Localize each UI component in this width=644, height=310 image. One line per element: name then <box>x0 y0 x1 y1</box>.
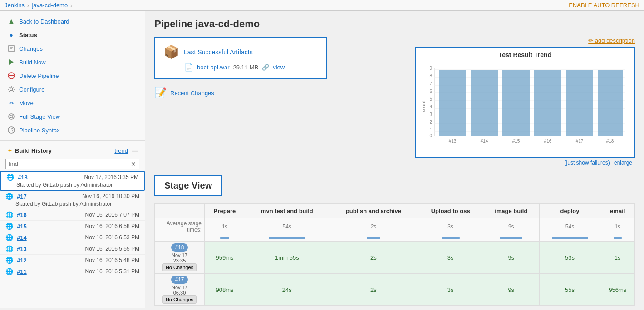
pb-email <box>600 235 635 242</box>
pipeline-syntax-icon: ? <box>7 126 15 134</box>
svg-text:5: 5 <box>429 97 432 102</box>
stage-table-header-row: Prepare mvn test and build publish and a… <box>155 204 635 218</box>
svg-point-7 <box>9 114 14 119</box>
pb-image <box>483 235 539 242</box>
view-link[interactable]: view <box>273 64 285 71</box>
artifacts-box: 📦 Last Successful Artifacts 📄 boot-api.w… <box>154 37 327 79</box>
file-size: 29.11 MB <box>233 64 259 71</box>
sidebar-item-move[interactable]: ✂ Move <box>0 96 145 110</box>
table-row: #18 Nov 17 23:35 No Changes 959ms 1min 5… <box>155 242 635 274</box>
build-date: Nov 16, 2016 10:30 PM <box>82 193 139 199</box>
show-failures-link[interactable]: (just show failures) <box>565 160 610 166</box>
sidebar-item-full-stage-view[interactable]: Full Stage View <box>0 110 145 123</box>
build-icon <box>7 58 15 66</box>
build-date: Nov 16, 2016 5:31 PM <box>85 268 139 275</box>
sidebar-item-label: Build Now <box>19 59 46 66</box>
chart-container: Test Result Trend 9 8 7 6 5 4 3 <box>415 47 635 158</box>
add-description-link[interactable]: ✏ add description <box>588 37 635 44</box>
th-deploy: deploy <box>539 204 600 218</box>
build-item[interactable]: 🌐 #13 Nov 16, 2016 5:55 PM <box>0 243 145 255</box>
svg-rect-36 <box>534 70 561 136</box>
sidebar-item-label: Full Stage View <box>19 113 60 120</box>
build-history-icon: ✦ <box>7 147 12 154</box>
trend-link[interactable]: trend <box>114 147 128 154</box>
pb-upload <box>418 235 483 242</box>
svg-text:7: 7 <box>429 81 432 86</box>
stage-17-deploy: 55s <box>539 274 600 306</box>
chart-links: (just show failures) enlarge <box>565 160 635 166</box>
recent-changes-link[interactable]: Recent Changes <box>170 90 214 97</box>
build-date-18: Nov 17 <box>157 252 202 258</box>
table-row: #17 Nov 17 06:30 No Changes 908ms 24s 2s… <box>155 274 635 306</box>
svg-text:3: 3 <box>429 112 432 117</box>
svg-text:0: 0 <box>429 133 432 138</box>
stage-17-prepare: 908ms <box>205 274 245 306</box>
avg-label-cell: Average stage times: <box>155 218 205 235</box>
build-number-link[interactable]: #12 <box>17 257 27 264</box>
recent-changes-icon: 📝 <box>154 87 167 99</box>
stage-table: Prepare mvn test and build publish and a… <box>154 203 635 306</box>
build-search-input[interactable] <box>6 159 128 169</box>
svg-text:#13: #13 <box>449 139 457 144</box>
recent-changes[interactable]: 📝 Recent Changes <box>154 87 327 99</box>
build-number-link[interactable]: #17 <box>17 193 27 200</box>
sidebar-item-back-dashboard[interactable]: ▲ Back to Dashboard <box>0 15 145 28</box>
search-clear-button[interactable]: ✕ <box>128 160 139 169</box>
build-number-link[interactable]: #11 <box>17 268 27 275</box>
build-item[interactable]: 🌐 #16 Nov 16, 2016 7:07 PM <box>0 209 145 221</box>
sidebar-item-status[interactable]: ● Status <box>0 28 145 42</box>
th-email: email <box>600 204 635 218</box>
build-item[interactable]: 🌐 #15 Nov 16, 2016 6:58 PM <box>0 221 145 232</box>
build-item[interactable]: 🌐 #18 Nov 17, 2016 3:35 PM Started by Gi… <box>0 171 145 191</box>
auto-refresh-link[interactable]: ENABLE AUTO REFRESH <box>569 2 639 9</box>
stage-17-upload: 3s <box>418 274 483 306</box>
sidebar: ▲ Back to Dashboard ● Status Changes Bui… <box>0 11 145 308</box>
build-badge-17[interactable]: #17 <box>171 276 187 284</box>
pb-publish <box>329 235 418 242</box>
build-badge-18[interactable]: #18 <box>171 243 187 252</box>
sidebar-item-build-now[interactable]: Build Now <box>0 55 145 69</box>
build-number-link[interactable]: #16 <box>17 212 27 218</box>
file-link[interactable]: boot-api.war <box>197 64 230 71</box>
avg-mvn: 54s <box>245 218 329 235</box>
build-list: 🌐 #18 Nov 17, 2016 3:35 PM Started by Gi… <box>0 171 145 277</box>
svg-text:#18: #18 <box>606 139 614 144</box>
svg-point-8 <box>10 115 13 118</box>
stage-18-upload: 3s <box>418 242 483 274</box>
svg-rect-35 <box>502 70 530 136</box>
build-date: Nov 16, 2016 5:55 PM <box>85 246 139 252</box>
build-number-link[interactable]: #14 <box>17 234 27 241</box>
enlarge-link[interactable]: enlarge <box>614 160 632 166</box>
build-number-link[interactable]: #13 <box>17 246 27 252</box>
svg-text:1: 1 <box>429 127 432 132</box>
breadcrumb-jenkins[interactable]: Jenkins <box>5 2 25 9</box>
svg-text:count: count <box>421 101 426 112</box>
svg-text:#15: #15 <box>512 139 520 144</box>
build-history-section: ✦ Build History trend — ✕ 🌐 #18 Nov 17, … <box>0 140 145 281</box>
build-number-link[interactable]: #18 <box>18 174 28 181</box>
breadcrumb-project[interactable]: java-cd-demo <box>32 2 68 9</box>
artifacts-title-link[interactable]: Last Successful Artifacts <box>184 48 253 56</box>
top-bar: Jenkins › java-cd-demo › ENABLE AUTO REF… <box>0 0 644 11</box>
globe-icon: 🌐 <box>5 234 13 241</box>
build-item[interactable]: 🌐 #12 Nov 16, 2016 5:48 PM <box>0 255 145 266</box>
no-changes-btn-17[interactable]: No Changes <box>162 295 197 304</box>
build-history-title: Build History <box>15 147 52 154</box>
build-date: Nov 16, 2016 7:07 PM <box>85 212 139 218</box>
sidebar-item-configure[interactable]: Configure <box>0 82 145 96</box>
sidebar-item-label: Move <box>19 100 34 107</box>
sidebar-item-pipeline-syntax[interactable]: ? Pipeline Syntax <box>0 123 145 137</box>
svg-text:9: 9 <box>429 66 432 71</box>
svg-rect-33 <box>439 70 466 136</box>
build-item[interactable]: 🌐 #11 Nov 16, 2016 5:31 PM <box>0 266 145 277</box>
sidebar-item-changes[interactable]: Changes <box>0 42 145 55</box>
build-item-sub: Started by GitLab push by Administrator <box>6 182 138 188</box>
svg-text:6: 6 <box>429 89 432 94</box>
sidebar-item-delete-pipeline[interactable]: Delete Pipeline <box>0 69 145 82</box>
sidebar-nav: ▲ Back to Dashboard ● Status Changes Bui… <box>0 11 145 140</box>
build-date: Nov 16, 2016 6:58 PM <box>85 223 139 229</box>
no-changes-btn-18[interactable]: No Changes <box>162 263 197 271</box>
build-item[interactable]: 🌐 #14 Nov 16, 2016 6:53 PM <box>0 232 145 243</box>
build-item[interactable]: 🌐 #17 Nov 16, 2016 10:30 PM Started by G… <box>0 191 145 209</box>
build-number-link[interactable]: #15 <box>17 223 27 230</box>
